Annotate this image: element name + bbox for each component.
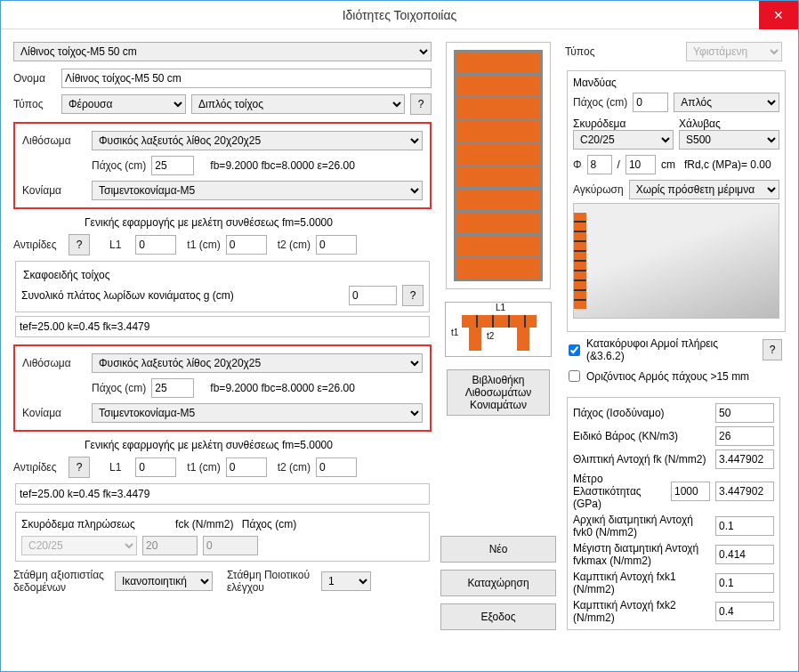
lithosoma-select-2[interactable]: Φυσικός λαξευτός λίθος 20χ20χ25 [92,353,423,373]
phi-input[interactable] [587,155,612,174]
bearing-select[interactable]: Φέρουσα [61,94,186,114]
concrete-label: Σκυρόδεμα [573,117,674,130]
wall-type-select[interactable]: Διπλός τοίχος [191,94,405,114]
save-button[interactable]: Καταχώρηση [440,570,556,596]
skafo-fieldset: Σκαφοειδής τοίχος Συνολικό πλάτος λωρίδω… [15,261,430,312]
quality-select[interactable]: 1 [321,571,371,591]
fvkmax-value[interactable] [715,545,774,564]
tef-text-1: tef=25.00 k=0.45 fk=3.4479 [20,320,149,333]
weight-value[interactable] [715,426,774,446]
fk-value[interactable] [715,449,774,469]
antirides-label-2: Αντιρίδες [13,461,63,474]
new-button[interactable]: Νέο [440,536,556,563]
fb-text: fb=9.2000 fbc=8.0000 ε=26.00 [210,159,355,172]
spacing-input[interactable] [625,155,656,174]
modulus-value1[interactable] [671,482,710,501]
antirides-help-2[interactable]: ? [69,457,90,478]
chk-horizontal-joint-label: Οριζόντιος Αρμός πάχους >15 mm [586,370,749,383]
jacket-image [573,203,779,319]
skafo-title: Σκαφοειδής τοίχος [23,269,110,281]
t1-label-2: t1 (cm) [187,461,220,474]
lithosoma-select[interactable]: Φυσικός λαξευτός λίθος 20χ20χ25 [92,131,423,150]
t1-input-1[interactable] [226,235,267,255]
t1-input-2[interactable] [226,457,267,477]
titlebar: Ιδιότητες Τοιχοποιίας ✕ [1,1,798,29]
section2-masonry-group: Λιθόσωμα Φυσικός λαξευτός λίθος 20χ20χ25… [13,344,432,432]
fck-label: fck (N/mm2) [175,518,233,530]
right-panel: Τύπος Υφιστάμενη Μανδύας Πάχος (cm) Απλό… [565,42,782,630]
filling-concrete: C20/25 [21,536,137,555]
chk1-help[interactable]: ? [763,339,782,360]
l1-label-2: L1 [109,461,121,474]
thickness-label: Πάχος (cm) [92,159,146,172]
middle-panel: L1 t1 t2 Βιβλιοθήκη Λιθοσωμάτων Κονιαμάτ… [440,42,556,630]
antirides-diagram: L1 t1 t2 [445,302,552,357]
tef-fieldset-1: tef=25.00 k=0.45 fk=3.4479 [15,316,430,337]
fvkmax-label: Μέγιστη διατμητική Αντοχή fvkmax (N/mm2) [573,542,710,567]
t2-input-1[interactable] [316,235,357,255]
koniama-label-2: Κονίαμα [22,407,86,419]
name-label: Ονομα [13,72,56,85]
t2-label-2: t2 (cm) [278,461,311,474]
jacket-thickness-input[interactable] [633,93,668,112]
fb-text-2: fb=9.2000 fbc=8.0000 ε=26.00 [210,382,355,394]
eq-thick-value[interactable] [715,403,774,423]
frd-label: fRd,c (MPa)= 0.00 [684,158,771,171]
l1-label-1: L1 [109,239,121,251]
chk-vertical-joints-label: Κατακόρυφοι Αρμοί πλήρεις (&3.6.2) [586,337,759,362]
l1-input-2[interactable] [135,457,176,477]
phi-label: Φ [573,158,582,171]
steel-label: Χάλυβας [679,117,779,130]
reliability-label: Στάθμη αξιοπιστίας δεδομένων [13,569,109,594]
thickness-input-2[interactable] [151,378,194,398]
right-type-label: Τύπος [565,45,608,58]
library-button[interactable]: Βιβλιοθήκη Λιθοσωμάτων Κονιαμάτων [447,369,550,416]
filling-label: Σκυρόδεμα πληρώσεως [21,518,135,530]
modulus-value2[interactable] [715,482,774,501]
type-label: Τύπος [13,98,56,110]
name-input[interactable] [61,69,432,88]
reliability-select[interactable]: Ικανοποιητική [115,571,213,591]
right-type-select: Υφιστάμενη [686,42,782,61]
chk-vertical-joints[interactable] [569,344,580,356]
steel-select[interactable]: S500 [679,130,779,150]
slash: / [617,158,620,171]
koniama-select[interactable]: Τσιμεντοκονίαμα-M5 [92,181,423,200]
skafo-input[interactable] [349,286,397,305]
fxk2-value[interactable] [715,602,774,621]
antirides-help-1[interactable]: ? [69,234,90,255]
skafo-help[interactable]: ? [402,285,424,306]
lithosoma-label-2: Λιθόσωμα [22,357,86,369]
fvk0-value[interactable] [715,516,774,536]
antirides-label-1: Αντιρίδες [13,239,63,251]
results-fieldset: Πάχος (Ισοδύναμο) Ειδικό Βάρος (KN/m3) Θ… [567,397,780,630]
section1-masonry-group: Λιθόσωμα Φυσικός λαξευτός λίθος 20χ20χ25… [13,122,432,209]
fxk1-value[interactable] [715,573,774,593]
filling-thickness-input [203,536,258,555]
jacket-type-select[interactable]: Απλός [674,93,779,112]
anchor-select[interactable]: Χωρίς πρόσθετη μέριμνα [629,180,779,199]
mid-buttons: Νέο Καταχώρηση Εξοδος [440,536,556,630]
general-text-1: Γενικής εφαρμογής με μελέτη συνθέσεως fm… [85,216,333,229]
wall-preview [446,42,551,289]
left-panel: Λίθινος τοίχος-M5 50 cm Ονομα Τύπος Φέρο… [13,42,432,630]
exit-button[interactable]: Εξοδος [440,603,556,630]
preset-select[interactable]: Λίθινος τοίχος-M5 50 cm [13,42,432,61]
help-button-walltype[interactable]: ? [410,93,432,115]
koniama-label: Κονίαμα [22,184,86,197]
close-button[interactable]: ✕ [759,1,798,29]
tef-text-2: tef=25.00 k=0.45 fk=3.4479 [20,488,149,500]
filling-thickness-label: Πάχος (cm) [242,518,296,530]
t2-label-1: t2 (cm) [278,239,311,251]
wall-image [454,50,543,281]
t2-input-2[interactable] [316,457,357,477]
chk-horizontal-joint[interactable] [569,370,580,382]
l1-input-1[interactable] [135,235,176,255]
modulus-label: Μέτρο Ελαστικότητας (GPa) [573,473,666,510]
general-text-2: Γενικής εφαρμογής με μελέτη συνθέσεως fm… [85,439,333,451]
jacket-label: Μανδύας [573,77,617,89]
concrete-select[interactable]: C20/25 [573,130,674,150]
koniama-select-2[interactable]: Τσιμεντοκονίαμα-M5 [92,403,423,423]
thickness-input[interactable] [151,156,194,175]
eq-thick-label: Πάχος (Ισοδύναμο) [573,407,710,419]
